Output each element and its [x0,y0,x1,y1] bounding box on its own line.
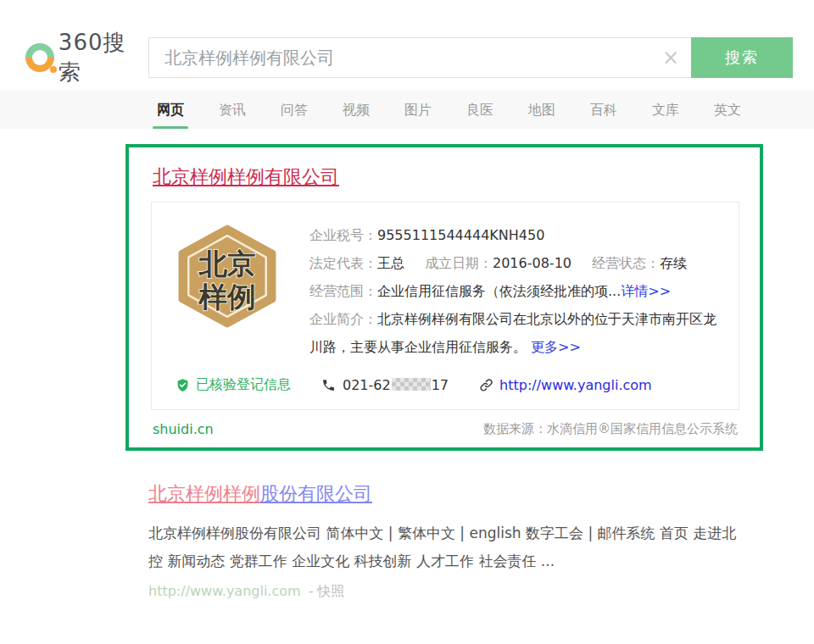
title-query-highlight: 北京样例样例 [148,483,260,504]
phone-blur-mosaic [392,378,431,391]
result-title-link[interactable]: 北京样例样例有限公司 [153,164,339,190]
360-logo-text: 360搜索 [59,28,148,87]
clear-search-icon[interactable]: × [662,47,679,68]
verified-badge: 已核验登记信息 [176,376,291,394]
company-badge-logo: 北京 样例 [176,225,279,328]
tab-baike[interactable]: 百科 [590,91,617,129]
tab-webpage[interactable]: 网页 [157,91,184,129]
card-footer: shuidi.cn 数据来源：水滴信用®国家信用信息公示系统 [151,421,739,437]
360-logo-icon [25,43,54,72]
display-url: http://www.yangli.com [148,583,301,599]
organic-result-title-link[interactable]: 北京样例样例股份有限公司 [148,483,372,504]
organic-result: 北京样例样例股份有限公司 北京样例样例股份有限公司 简体中文 | 繁体中文 | … [148,481,742,601]
vertical-nav-tabs: 网页 资讯 问答 视频 图片 良医 地图 百科 文库 英文 [0,91,814,129]
tab-news[interactable]: 资讯 [219,91,246,129]
tab-english[interactable]: 英文 [714,91,741,129]
verified-result-card: 北京样例样例有限公司 北京 样例 企业税号：9555111544444KNH45… [125,144,763,451]
field-company-intro: 企业简介：北京样例样例有限公司在北京以外的位于天津市南开区龙川路，主要从事企业信… [309,305,722,361]
results-area: 北京样例样例有限公司 北京 样例 企业税号：9555111544444KNH45… [0,144,814,601]
company-website-link[interactable]: http://www.yangli.com [479,377,652,393]
scope-detail-link[interactable]: 详情>> [621,283,671,299]
enterprise-fields: 企业税号：9555111544444KNH450 法定代表：王总成立日期：201… [309,221,722,361]
phone-icon [321,378,336,392]
badge-text-line1: 北京 [198,247,255,280]
enterprise-info-box: 北京 样例 企业税号：9555111544444KNH450 法定代表：王总成立… [151,202,739,410]
intro-more-link[interactable]: 更多>> [531,339,581,355]
link-icon [479,378,493,392]
title-rest: 股份有限公司 [260,483,372,504]
result-url-line: http://www.yangli.com - 快照 [148,583,742,601]
shield-check-icon [176,378,190,392]
tab-qa[interactable]: 问答 [281,91,308,129]
phone-number: 021-6217 [321,377,449,393]
field-legal-founded-status: 法定代表：王总成立日期：2016-08-10经营状态：存续 [309,249,722,277]
search-header: 360搜索 × 搜索 [0,0,814,78]
data-source-text: 数据来源：水滴信用®国家信用信息公示系统 [483,421,738,437]
360-logo[interactable]: 360搜索 [25,28,148,87]
search-button[interactable]: 搜索 [691,37,793,78]
tab-map[interactable]: 地图 [528,91,555,129]
search-input[interactable] [148,37,691,78]
search-box: × [148,37,691,78]
source-site-link[interactable]: shuidi.cn [153,421,214,437]
tab-doctor[interactable]: 良医 [466,91,493,129]
tab-image[interactable]: 图片 [404,91,432,129]
tab-video[interactable]: 视频 [343,91,370,129]
cached-snapshot-link[interactable]: - 快照 [309,583,345,599]
result-snippet: 北京样例样例股份有限公司 简体中文 | 繁体中文 | english 数字工会 … [148,519,742,575]
field-business-scope: 经营范围：企业信用征信服务（依法须经批准的项...详情>> [309,277,722,305]
tab-wenku[interactable]: 文库 [652,91,679,129]
badge-text-line2: 样例 [198,280,255,314]
field-tax-number: 企业税号：9555111544444KNH450 [309,221,722,249]
contact-row: 已核验登记信息 021-6217 http://www.yangli.com [176,376,722,394]
